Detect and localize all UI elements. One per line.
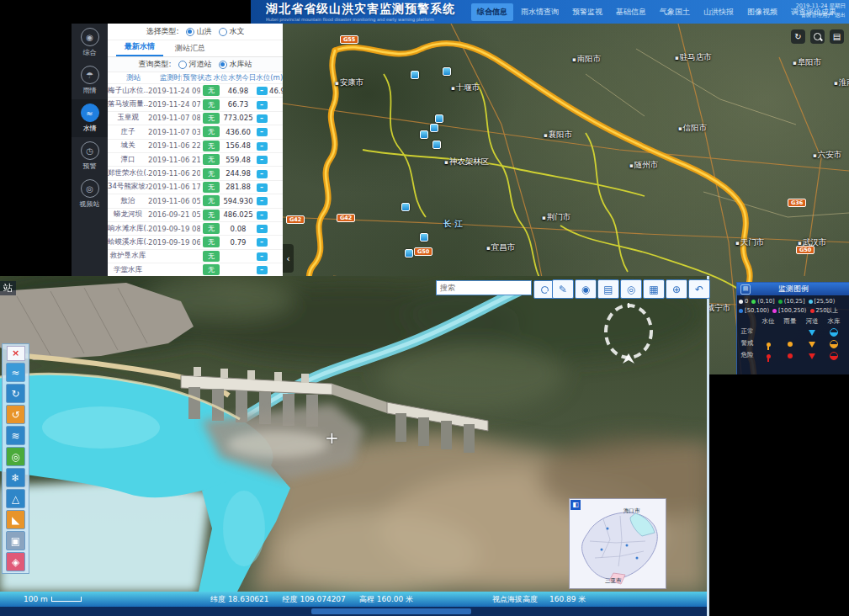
- nav-tab[interactable]: 图像视频: [741, 3, 783, 21]
- status-badge: 无: [203, 251, 220, 262]
- station-name: 玉皇观: [108, 113, 148, 123]
- table-row[interactable]: 34号熊家坡水… 2019-11-06 17 无 281.88 –: [108, 180, 283, 194]
- viewer-toolbar-button[interactable]: ▦: [643, 279, 665, 299]
- table-row[interactable]: 响水滩水库(… 2019-09-19 08 无 0.08 –: [108, 221, 283, 235]
- viewer-toolbar-button[interactable]: ▤: [597, 279, 619, 299]
- sidebar-item[interactable]: ◎ 视频站: [72, 175, 108, 213]
- close-toolbar-button[interactable]: ×: [7, 346, 25, 361]
- viewer-tool-button[interactable]: △: [6, 489, 25, 508]
- viewer-tool-button[interactable]: ≈: [6, 363, 25, 382]
- frame-pill: [311, 608, 471, 614]
- viewer-toolbar-button[interactable]: ↶: [688, 279, 710, 299]
- viewer-toolbar-button[interactable]: ◎: [620, 279, 642, 299]
- reset-view-button[interactable]: ↻: [791, 29, 805, 44]
- table-row[interactable]: 蛤蟆溪水库(… 2019-09-19 06 无 0.79 –: [108, 235, 283, 248]
- nav-tab[interactable]: 气象国土: [654, 3, 696, 21]
- panel-collapse-button[interactable]: ‹: [283, 244, 294, 273]
- panel-tab[interactable]: 最新水情: [116, 39, 163, 56]
- station-marker[interactable]: [432, 141, 441, 149]
- search-input[interactable]: [436, 280, 532, 295]
- viewer-tool-button[interactable]: ◈: [6, 552, 25, 571]
- viewer-tool-button[interactable]: ◣: [6, 510, 25, 529]
- nav-tab[interactable]: 山洪快报: [698, 3, 740, 21]
- station-panel: 选择类型: 山洪 水文 最新水情测站汇总 查询类型:: [108, 24, 283, 276]
- status-badge: 无: [203, 141, 220, 151]
- sidebar-item[interactable]: ☂ 雨情: [72, 61, 108, 99]
- viewer-toolbar-button[interactable]: ✎: [552, 279, 574, 299]
- station-marker[interactable]: [435, 114, 443, 123]
- legend-grid: 水位 雨量 河道 水库 正常 警戒 危险: [737, 317, 849, 361]
- water-level: 46.98: [222, 87, 254, 95]
- sidebar-item[interactable]: ≈ 水情: [72, 99, 108, 137]
- scale-item: [25,50): [809, 298, 836, 305]
- sidebar-item-label: 综合: [83, 48, 97, 57]
- scale-dot: [809, 300, 813, 304]
- sidebar-item[interactable]: ◉ 综合: [72, 24, 108, 61]
- station-marker[interactable]: [430, 124, 438, 132]
- nav-tab[interactable]: 基础信息: [610, 3, 652, 21]
- table-row[interactable]: 城关 2019-11-06 22 无 156.48 –: [108, 139, 283, 152]
- overview-minimap[interactable]: ◧ 海口市三亚市: [569, 498, 666, 589]
- station-marker[interactable]: [443, 67, 451, 76]
- trend-flat-icon: –: [257, 238, 268, 247]
- monitor-time: 2019-11-24 07: [148, 100, 200, 109]
- type-radio[interactable]: 山洪: [186, 26, 212, 37]
- viewer-toolbar: ✎◉▤◎▦⊕↶: [552, 279, 710, 299]
- nav-tab[interactable]: 综合信息: [471, 3, 513, 21]
- table-row[interactable]: 学堂水库 无 –: [108, 263, 283, 276]
- table-row[interactable]: 救护垦水库 无 –: [108, 249, 283, 263]
- sidebar-item[interactable]: ◷ 预警: [72, 137, 108, 175]
- user-label[interactable]: 省级管理用户 退出: [796, 11, 846, 20]
- water-level: 281.88: [222, 183, 254, 191]
- viewer-toolbar-button[interactable]: ◉: [575, 279, 597, 299]
- station-marker[interactable]: [420, 130, 428, 139]
- table-row[interactable]: 敖治 2019-11-06 05 无 594.930 –: [108, 194, 283, 207]
- layers-button[interactable]: ▤: [830, 29, 844, 44]
- water-level: 66.73: [222, 100, 254, 109]
- water-level: 594.930: [222, 197, 254, 205]
- map-city-label: 随州市: [629, 160, 658, 171]
- trend-flat-icon: –: [257, 197, 268, 205]
- table-row[interactable]: 郑世荣水位(… 2019-11-06 20 无 244.98 –: [108, 166, 283, 179]
- viewer-tool-button[interactable]: ↻: [6, 384, 25, 403]
- minimap-icon: ◧: [570, 500, 581, 510]
- station-marker[interactable]: [405, 249, 413, 258]
- query-radio[interactable]: 水库站: [219, 59, 252, 70]
- trend-flat-icon: –: [257, 87, 268, 95]
- table-row[interactable]: 梅子山水位… 2019-11-24 09 无 46.98 – 46.99: [108, 83, 283, 97]
- rain-danger-icon: [788, 353, 793, 358]
- type-filter-label: 选择类型:: [146, 26, 178, 37]
- date-label: 2019-11-24 星期日: [796, 2, 846, 11]
- viewer-tool-button[interactable]: ◎: [6, 447, 25, 466]
- reservoir-danger-icon: [830, 352, 838, 360]
- table-row[interactable]: 落马坡雨量… 2019-11-24 07 无 66.73 –: [108, 97, 283, 110]
- legend-col-water: 水位: [757, 317, 779, 326]
- viewer-tool-button[interactable]: ≋: [6, 426, 25, 445]
- table-row[interactable]: 庄子 2019-11-07 03 无 436.60 –: [108, 125, 283, 138]
- station-marker[interactable]: [411, 71, 419, 79]
- scale-dot: [739, 300, 743, 304]
- nav-tab[interactable]: 雨水情查询: [515, 3, 565, 21]
- panel-tab[interactable]: 测站汇总: [167, 40, 214, 56]
- viewer-toolbar-button[interactable]: ⊕: [666, 279, 687, 299]
- viewer-tool-button[interactable]: ↺: [6, 405, 25, 424]
- map-search-button[interactable]: [810, 29, 825, 44]
- viewer-tool-button[interactable]: ▣: [6, 531, 25, 550]
- type-radio[interactable]: 水文: [219, 26, 245, 37]
- nav-tab[interactable]: 预警监视: [566, 3, 608, 21]
- station-marker[interactable]: [420, 233, 428, 242]
- legend-col-rain: 雨量: [779, 317, 801, 326]
- monitor-time: 2016-09-21 05: [148, 210, 200, 219]
- scale-dot: [772, 309, 777, 313]
- compass-control[interactable]: [599, 300, 658, 370]
- status-badge: 无: [203, 99, 220, 110]
- trend-flat-icon: –: [257, 252, 268, 261]
- map-city-label: 荆门市: [542, 212, 570, 223]
- table-header-cell: 预警状态: [182, 73, 214, 83]
- table-row[interactable]: 蟒龙河坝 2016-09-21 05 无 486.025 –: [108, 208, 283, 221]
- viewer-tool-button[interactable]: ❄: [6, 468, 25, 487]
- query-radio[interactable]: 河道站: [178, 59, 212, 70]
- table-row[interactable]: 潭口 2019-11-06 21 无 559.48 –: [108, 152, 283, 166]
- table-row[interactable]: 玉皇观 2019-11-07 08 无 773.025 –: [108, 111, 283, 125]
- station-marker[interactable]: [401, 203, 410, 211]
